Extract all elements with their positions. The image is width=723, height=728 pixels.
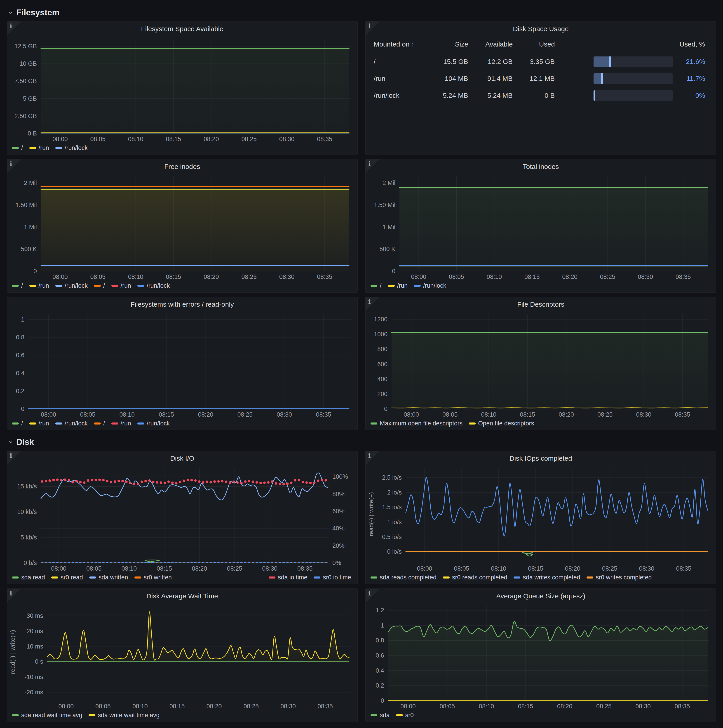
legend-item[interactable]: /run/lock	[137, 282, 170, 289]
legend-item[interactable]: /run	[111, 282, 131, 289]
panel-title[interactable]: Total inodes	[366, 159, 716, 171]
legend-item[interactable]: /run/lock	[55, 145, 88, 151]
x-tick-label: 08:35	[305, 411, 342, 418]
legend-item[interactable]: sda io time	[269, 574, 308, 581]
x-tick-label: 08:10	[476, 274, 512, 280]
legend-item[interactable]: sda write wait time avg	[89, 712, 159, 719]
table-row[interactable]: /run/lock5.24 MB5.24 MB0 B0%	[372, 87, 709, 104]
plot-area[interactable]: 00.20.40.60.81	[7, 311, 357, 409]
panel-title[interactable]: Filesystems with errors / read-only	[7, 297, 357, 309]
legend-item[interactable]: Maximum open file descriptors	[371, 420, 463, 427]
plot-area[interactable]: 020040060080010001200	[366, 311, 716, 409]
section-header-disk[interactable]: Disk	[8, 435, 716, 449]
legend-item[interactable]: sda reads completed	[371, 574, 437, 581]
plot-area[interactable]: 00.20.40.60.811.2	[366, 603, 716, 701]
legend-item[interactable]: /run	[111, 420, 131, 427]
series-dot	[244, 562, 247, 564]
panel-info-icon[interactable]: i	[7, 589, 21, 603]
column-header-size[interactable]: Size	[430, 37, 472, 53]
plot-area[interactable]: 0 io/s0.5 io/s1 io/s1.5 io/s2 io/s2.5 io…	[366, 465, 716, 563]
usage-bar-gauge	[594, 73, 673, 84]
legend-item[interactable]: /run	[29, 420, 49, 427]
legend-item[interactable]: sr0 io time	[314, 574, 351, 581]
legend-label: sda read	[21, 574, 45, 581]
panel-info-icon[interactable]: i	[366, 451, 380, 465]
legend-item[interactable]: sda writes completed	[513, 574, 580, 581]
legend-label: sr0 writes completed	[596, 574, 652, 581]
legend: //run/run/lock//run/run/lock	[7, 281, 357, 292]
panel-title[interactable]: Free inodes	[7, 159, 357, 171]
table-row[interactable]: /15.5 GB12.2 GB3.35 GB21.6%	[372, 53, 709, 70]
series-dot	[87, 562, 89, 564]
legend-swatch	[111, 422, 118, 425]
legend-item[interactable]: /	[12, 282, 23, 289]
panel-title[interactable]: Average Queue Size (aqu-sz)	[366, 589, 716, 601]
plot-area[interactable]: 0 b/s5 kb/s10 kb/s15 kb/s0%20%40%60%80%1…	[7, 465, 357, 563]
plot-area[interactable]: 0 B2.50 GB5 GB7.50 GB10 GB12.5 GB	[7, 35, 357, 134]
legend-item[interactable]: sr0 read	[51, 574, 83, 581]
series-dot	[45, 562, 47, 564]
series-line	[392, 408, 708, 408]
x-tick-label: 08:10	[111, 565, 147, 572]
table-row[interactable]: /run104 MB91.4 MB12.1 MB11.7%	[372, 70, 709, 87]
usage-bar-fill	[594, 57, 611, 67]
series-dot	[71, 481, 74, 483]
legend-swatch	[371, 714, 377, 716]
panel-title[interactable]: Disk Average Wait Time	[7, 589, 357, 601]
column-header-mounted-on[interactable]: Mounted on↑	[372, 37, 430, 53]
series-dot	[275, 482, 277, 485]
legend-item[interactable]: sr0 written	[135, 574, 172, 581]
legend-item[interactable]: sda written	[89, 574, 128, 581]
section-header-filesystem[interactable]: Filesystem	[8, 6, 716, 20]
panel-info-icon[interactable]: i	[366, 159, 380, 173]
legend-item[interactable]: /run/lock	[137, 420, 170, 427]
legend-item[interactable]: /run	[388, 282, 408, 289]
column-header-used[interactable]: Used	[517, 37, 559, 53]
chart-file-descriptors: 020040060080010001200 08:0008:0508:1008:…	[366, 309, 716, 430]
series-dot	[190, 562, 193, 564]
legend-item[interactable]: /run	[29, 145, 49, 151]
column-header-available[interactable]: Available	[472, 37, 517, 53]
legend-item[interactable]: /	[12, 420, 23, 427]
legend-item[interactable]: /	[94, 282, 105, 289]
panel-free-inodes: i Free inodes 0500 K1 Mil1.50 Mil2 Mil 0…	[7, 159, 358, 293]
legend-item[interactable]: /	[94, 420, 105, 427]
panel-title[interactable]: Disk IOps completed	[366, 451, 716, 463]
legend-item[interactable]: sda	[371, 712, 390, 719]
panel-info-icon[interactable]: i	[366, 21, 380, 35]
panel-title[interactable]: File Descriptors	[366, 297, 716, 309]
column-header-used-pct[interactable]: Used, %	[559, 37, 709, 53]
legend-item[interactable]: /run	[29, 282, 49, 289]
plot-area[interactable]: 0500 K1 Mil1.50 Mil2 Mil	[366, 173, 716, 272]
legend-item[interactable]: sda read	[12, 574, 45, 581]
plot-area[interactable]: 0500 K1 Mil1.50 Mil2 Mil	[7, 173, 357, 272]
panel-info-icon[interactable]: i	[7, 159, 21, 173]
series-dot	[244, 480, 247, 483]
panel-info-icon[interactable]: i	[366, 297, 380, 311]
legend-label: sr0	[405, 712, 414, 719]
chevron-down-icon	[8, 10, 14, 15]
x-tick-label: 08:35	[287, 565, 323, 572]
legend-item[interactable]: sr0	[396, 712, 414, 719]
panel-info-icon[interactable]: i	[7, 21, 21, 35]
series-dot	[229, 482, 231, 484]
panel-title[interactable]: Filesystem Space Available	[7, 21, 357, 34]
series-dot	[186, 479, 189, 481]
legend-item[interactable]: /	[12, 145, 23, 151]
legend-item[interactable]: /	[371, 282, 381, 289]
x-tick-label: 08:30	[626, 411, 662, 418]
legend-swatch	[469, 422, 476, 425]
legend-item[interactable]: Open file descriptors	[469, 420, 534, 427]
series-dot	[148, 479, 151, 482]
legend-item[interactable]: /run/lock	[414, 282, 446, 289]
legend-item[interactable]: /run/lock	[55, 282, 88, 289]
legend-item[interactable]: sda read wait time avg	[12, 712, 82, 719]
legend-item[interactable]: sr0 reads completed	[443, 574, 507, 581]
panel-title[interactable]: Disk Space Usage	[366, 21, 716, 34]
panel-title[interactable]: Disk I/O	[7, 451, 357, 463]
panel-info-icon[interactable]: i	[366, 589, 380, 603]
legend-item[interactable]: /run/lock	[55, 420, 88, 427]
plot-area[interactable]: -20 ms-10 ms0 s10 ms20 ms30 msread(-) | …	[7, 603, 357, 701]
legend-item[interactable]: sr0 writes completed	[587, 574, 652, 581]
panel-info-icon[interactable]: i	[7, 451, 21, 465]
